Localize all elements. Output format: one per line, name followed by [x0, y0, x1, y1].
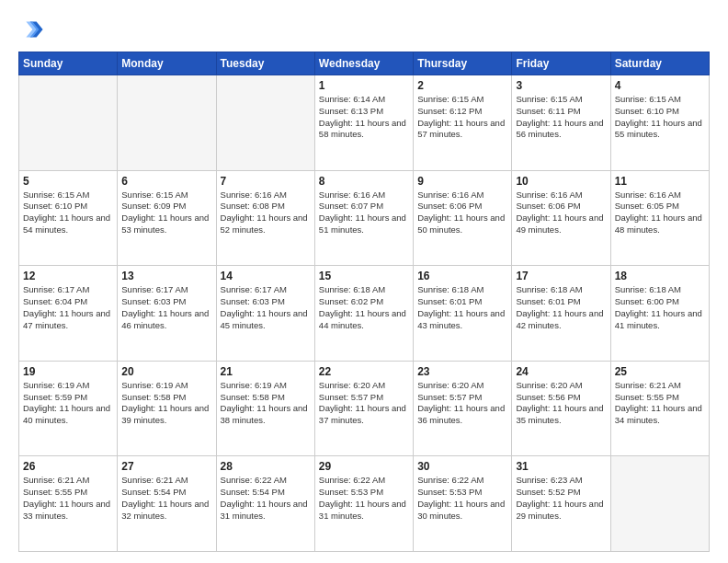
day-info: Sunrise: 6:22 AMSunset: 5:53 PMDaylight:…	[319, 475, 409, 522]
calendar-cell: 1Sunrise: 6:14 AMSunset: 6:13 PMDaylight…	[314, 75, 413, 171]
calendar-row: 1Sunrise: 6:14 AMSunset: 6:13 PMDaylight…	[19, 75, 710, 171]
calendar-row: 26Sunrise: 6:21 AMSunset: 5:55 PMDayligh…	[19, 456, 710, 552]
calendar-cell: 22Sunrise: 6:20 AMSunset: 5:57 PMDayligh…	[314, 361, 413, 456]
day-number: 12	[23, 270, 113, 282]
calendar-cell: 15Sunrise: 6:18 AMSunset: 6:02 PMDayligh…	[314, 266, 413, 362]
weekday-header: Saturday	[610, 52, 709, 75]
calendar-cell: 3Sunrise: 6:15 AMSunset: 6:11 PMDaylight…	[512, 75, 610, 171]
day-number: 7	[221, 175, 311, 188]
calendar-cell: 7Sunrise: 6:16 AMSunset: 6:08 PMDaylight…	[216, 170, 314, 266]
calendar-row: 19Sunrise: 6:19 AMSunset: 5:59 PMDayligh…	[19, 361, 710, 456]
day-number: 13	[121, 270, 211, 282]
calendar-cell: 27Sunrise: 6:21 AMSunset: 5:54 PMDayligh…	[118, 456, 216, 552]
calendar-cell: 28Sunrise: 6:22 AMSunset: 5:54 PMDayligh…	[216, 456, 314, 552]
weekday-header: Thursday	[414, 52, 512, 75]
calendar-cell: 18Sunrise: 6:18 AMSunset: 6:00 PMDayligh…	[610, 266, 709, 362]
day-number: 26	[23, 460, 113, 473]
day-number: 27	[121, 460, 211, 473]
day-number: 19	[23, 365, 113, 378]
day-number: 29	[319, 460, 409, 473]
day-info: Sunrise: 6:16 AMSunset: 6:06 PMDaylight:…	[417, 190, 507, 236]
calendar-cell: 20Sunrise: 6:19 AMSunset: 5:58 PMDayligh…	[118, 361, 216, 456]
calendar-cell: 13Sunrise: 6:17 AMSunset: 6:03 PMDayligh…	[118, 266, 216, 362]
page: SundayMondayTuesdayWednesdayThursdayFrid…	[0, 0, 728, 563]
day-number: 5	[23, 175, 113, 188]
calendar-cell: 31Sunrise: 6:23 AMSunset: 5:52 PMDayligh…	[512, 456, 610, 552]
calendar-cell: 17Sunrise: 6:18 AMSunset: 6:01 PMDayligh…	[512, 266, 610, 362]
calendar-cell: 30Sunrise: 6:22 AMSunset: 5:53 PMDayligh…	[414, 456, 512, 552]
day-info: Sunrise: 6:17 AMSunset: 6:04 PMDaylight:…	[23, 284, 113, 331]
day-info: Sunrise: 6:16 AMSunset: 6:05 PMDaylight:…	[615, 190, 705, 236]
day-info: Sunrise: 6:15 AMSunset: 6:10 PMDaylight:…	[615, 94, 705, 141]
day-info: Sunrise: 6:15 AMSunset: 6:10 PMDaylight:…	[23, 190, 113, 236]
day-number: 21	[221, 365, 311, 378]
logo-icon	[18, 17, 44, 42]
day-number: 22	[319, 365, 409, 378]
day-info: Sunrise: 6:16 AMSunset: 6:07 PMDaylight:…	[319, 190, 409, 236]
day-info: Sunrise: 6:14 AMSunset: 6:13 PMDaylight:…	[319, 94, 409, 141]
calendar-cell: 6Sunrise: 6:15 AMSunset: 6:09 PMDaylight…	[118, 170, 216, 266]
calendar-cell: 10Sunrise: 6:16 AMSunset: 6:06 PMDayligh…	[512, 170, 610, 266]
calendar-cell: 2Sunrise: 6:15 AMSunset: 6:12 PMDaylight…	[414, 75, 512, 171]
day-number: 30	[417, 460, 507, 473]
day-number: 15	[319, 270, 409, 282]
day-info: Sunrise: 6:18 AMSunset: 6:01 PMDaylight:…	[516, 284, 606, 331]
day-number: 20	[121, 365, 211, 378]
day-number: 18	[615, 270, 705, 282]
day-info: Sunrise: 6:18 AMSunset: 6:00 PMDaylight:…	[615, 284, 705, 331]
calendar-row: 12Sunrise: 6:17 AMSunset: 6:04 PMDayligh…	[19, 266, 710, 362]
day-info: Sunrise: 6:18 AMSunset: 6:01 PMDaylight:…	[417, 284, 507, 331]
calendar-cell	[118, 75, 216, 171]
calendar-cell	[216, 75, 314, 171]
day-number: 8	[319, 175, 409, 188]
calendar-cell: 24Sunrise: 6:20 AMSunset: 5:56 PMDayligh…	[512, 361, 610, 456]
calendar-cell: 9Sunrise: 6:16 AMSunset: 6:06 PMDaylight…	[414, 170, 512, 266]
day-info: Sunrise: 6:15 AMSunset: 6:11 PMDaylight:…	[516, 94, 606, 141]
day-number: 25	[615, 365, 705, 378]
day-info: Sunrise: 6:16 AMSunset: 6:06 PMDaylight:…	[516, 190, 606, 236]
calendar-cell: 11Sunrise: 6:16 AMSunset: 6:05 PMDayligh…	[610, 170, 709, 266]
day-info: Sunrise: 6:20 AMSunset: 5:57 PMDaylight:…	[417, 380, 507, 427]
day-info: Sunrise: 6:19 AMSunset: 5:58 PMDaylight:…	[121, 380, 211, 427]
weekday-header: Sunday	[19, 52, 118, 75]
header-row: SundayMondayTuesdayWednesdayThursdayFrid…	[19, 52, 710, 75]
weekday-header: Wednesday	[314, 52, 413, 75]
day-info: Sunrise: 6:21 AMSunset: 5:55 PMDaylight:…	[23, 475, 113, 522]
day-info: Sunrise: 6:16 AMSunset: 6:08 PMDaylight:…	[221, 190, 311, 236]
day-info: Sunrise: 6:23 AMSunset: 5:52 PMDaylight:…	[516, 475, 606, 522]
day-info: Sunrise: 6:15 AMSunset: 6:12 PMDaylight:…	[417, 94, 507, 141]
day-number: 1	[319, 79, 409, 92]
day-number: 9	[417, 175, 507, 188]
day-info: Sunrise: 6:20 AMSunset: 5:56 PMDaylight:…	[516, 380, 606, 427]
day-number: 10	[516, 175, 606, 188]
day-number: 24	[516, 365, 606, 378]
day-number: 6	[121, 175, 211, 188]
day-info: Sunrise: 6:19 AMSunset: 5:58 PMDaylight:…	[221, 380, 311, 427]
day-info: Sunrise: 6:18 AMSunset: 6:02 PMDaylight:…	[319, 284, 409, 331]
calendar-cell: 4Sunrise: 6:15 AMSunset: 6:10 PMDaylight…	[610, 75, 709, 171]
day-number: 23	[417, 365, 507, 378]
calendar-cell: 5Sunrise: 6:15 AMSunset: 6:10 PMDaylight…	[19, 170, 118, 266]
calendar-cell: 21Sunrise: 6:19 AMSunset: 5:58 PMDayligh…	[216, 361, 314, 456]
calendar-cell: 19Sunrise: 6:19 AMSunset: 5:59 PMDayligh…	[19, 361, 118, 456]
calendar-cell: 25Sunrise: 6:21 AMSunset: 5:55 PMDayligh…	[610, 361, 709, 456]
calendar-cell: 14Sunrise: 6:17 AMSunset: 6:03 PMDayligh…	[216, 266, 314, 362]
calendar-row: 5Sunrise: 6:15 AMSunset: 6:10 PMDaylight…	[19, 170, 710, 266]
calendar-cell: 29Sunrise: 6:22 AMSunset: 5:53 PMDayligh…	[314, 456, 413, 552]
calendar-cell: 23Sunrise: 6:20 AMSunset: 5:57 PMDayligh…	[414, 361, 512, 456]
day-number: 31	[516, 460, 606, 473]
weekday-header: Monday	[118, 52, 216, 75]
day-info: Sunrise: 6:22 AMSunset: 5:53 PMDaylight:…	[417, 475, 507, 522]
calendar: SundayMondayTuesdayWednesdayThursdayFrid…	[18, 52, 710, 552]
weekday-header: Friday	[512, 52, 610, 75]
calendar-cell	[610, 456, 709, 552]
day-number: 17	[516, 270, 606, 282]
day-info: Sunrise: 6:17 AMSunset: 6:03 PMDaylight:…	[221, 284, 311, 331]
calendar-cell: 12Sunrise: 6:17 AMSunset: 6:04 PMDayligh…	[19, 266, 118, 362]
day-info: Sunrise: 6:19 AMSunset: 5:59 PMDaylight:…	[23, 380, 113, 427]
calendar-cell: 16Sunrise: 6:18 AMSunset: 6:01 PMDayligh…	[414, 266, 512, 362]
calendar-cell	[19, 75, 118, 171]
day-number: 3	[516, 79, 606, 92]
day-info: Sunrise: 6:21 AMSunset: 5:54 PMDaylight:…	[121, 475, 211, 522]
day-number: 14	[221, 270, 311, 282]
